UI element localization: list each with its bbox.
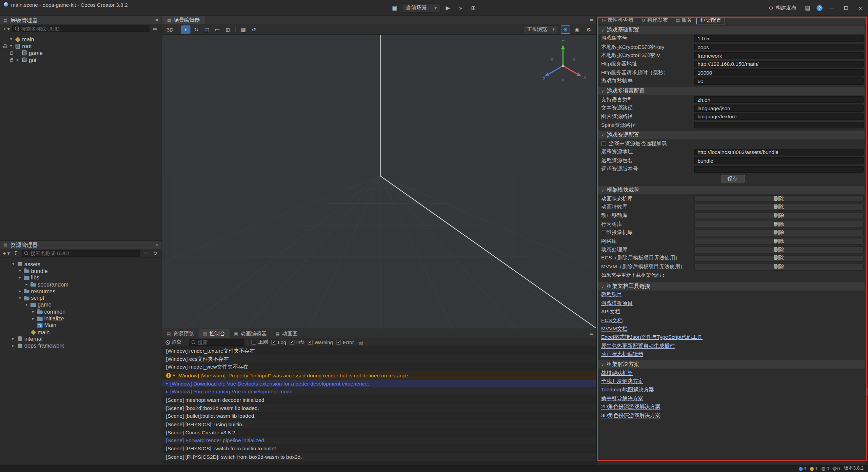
hierarchy-node[interactable]: ▾ root xyxy=(0,43,162,50)
expander-icon[interactable]: ▸ xyxy=(24,282,29,287)
asset-node[interactable]: ▸ libs xyxy=(0,274,162,281)
field-input[interactable]: bundle xyxy=(694,157,864,164)
log-expander-icon[interactable]: ▸ xyxy=(166,381,168,386)
scrollbar-thumb[interactable] xyxy=(866,387,867,396)
scale-tool-button[interactable]: ◱ xyxy=(202,25,212,33)
scene-viewport[interactable]: Y X Z xyxy=(162,35,596,329)
expander-icon[interactable]: ▸ xyxy=(31,310,35,314)
doc-link[interactable]: API文档 xyxy=(601,308,620,315)
asset-node[interactable]: ▾ game xyxy=(0,301,162,308)
pivot-mode-button[interactable]: ▦ xyxy=(239,25,248,33)
tab-animation-graph[interactable]: ▦动画图 xyxy=(271,329,302,338)
tab-services[interactable]: ▤服务 xyxy=(672,16,695,24)
expander-icon[interactable]: ▸ xyxy=(11,337,16,341)
delete-button[interactable]: 删除 xyxy=(694,212,864,219)
delete-button[interactable]: 删除 xyxy=(694,204,864,211)
asset-node[interactable]: ▸ seedrandom xyxy=(0,281,162,288)
panel-menu-icon[interactable]: ≡ xyxy=(155,17,158,23)
tab-console[interactable]: ▥控制台 xyxy=(198,329,230,338)
expander-icon[interactable]: ▾ xyxy=(18,296,22,300)
regex-toggle[interactable]: 正则 xyxy=(251,339,268,346)
step-button[interactable]: » xyxy=(455,3,466,13)
preview-platform-icon[interactable]: ▣ xyxy=(389,3,400,13)
play-button[interactable]: ▶ xyxy=(442,3,454,13)
console-search-input[interactable] xyxy=(198,339,241,345)
layout-grid-icon[interactable]: ⊞ xyxy=(468,3,479,13)
expander-icon[interactable]: ▸ xyxy=(11,343,16,348)
doc-link[interactable]: 教程项目 xyxy=(601,291,622,298)
hierarchy-search[interactable] xyxy=(12,25,150,32)
projection-3d-button[interactable]: 3D xyxy=(165,25,175,33)
log-line[interactable]: [Window] render_texture文件夹不存在 xyxy=(162,347,596,355)
log-line[interactable]: [Scene] [PHYSICS2D]: switch from box2d-w… xyxy=(162,453,596,461)
field-input[interactable] xyxy=(694,166,864,173)
section-game-basic[interactable]: ∨游戏基础配置 xyxy=(597,26,868,34)
log-line[interactable]: [Scene] Cocos Creator v3.8.2 xyxy=(162,428,596,436)
filter-checkbox[interactable] xyxy=(336,340,341,345)
log-line[interactable]: [Scene] meshopt wasm decoder initialized xyxy=(162,396,596,404)
field-input[interactable]: language/texture xyxy=(694,113,864,120)
regex-checkbox[interactable] xyxy=(251,340,256,345)
log-line[interactable]: [Scene] [bullet]:bullet wasm lib loaded. xyxy=(162,412,596,420)
delete-button[interactable]: 删除 xyxy=(694,263,864,270)
remote-load-checkbox[interactable] xyxy=(601,141,606,146)
status-count[interactable]: 3 xyxy=(798,466,806,471)
filter-checkbox[interactable] xyxy=(308,340,313,345)
assets-search[interactable] xyxy=(22,250,140,257)
scene-select[interactable]: 当前场景 xyxy=(402,3,440,13)
hierarchy-node[interactable]: ▸ gui xyxy=(0,56,162,63)
scene-settings-gear-icon[interactable]: ⚙ xyxy=(584,25,593,33)
expander-icon[interactable]: ▾ xyxy=(11,262,16,266)
rect-tool-button[interactable]: ▭ xyxy=(213,25,222,33)
doc-link[interactable]: 动画状态机编辑器 xyxy=(601,351,643,358)
log-line[interactable]: [Window] ecs文件夹不存在 xyxy=(162,355,596,363)
build-publish-button[interactable]: ⚙构建发布 xyxy=(767,4,799,12)
asset-node[interactable]: ▾ script xyxy=(0,295,162,301)
hierarchy-node[interactable]: game xyxy=(0,50,162,56)
expander-icon[interactable]: ▾ xyxy=(24,303,29,307)
field-input[interactable]: zh,en xyxy=(694,96,864,103)
tab-animation-editor[interactable]: ▣动画编辑器 xyxy=(230,329,271,338)
section-framework-modules[interactable]: ∨框架模块裁剪 xyxy=(597,186,868,194)
expander-icon[interactable]: ▸ xyxy=(16,58,20,62)
field-input[interactable]: language/json xyxy=(694,105,864,112)
expander-icon[interactable]: ▾ xyxy=(9,44,13,48)
log-filter[interactable]: Info xyxy=(290,339,304,345)
doc-link[interactable]: Excel格式转Json文件与TypeScript代码工具 xyxy=(601,334,703,341)
panel-menu-icon[interactable]: ≡ xyxy=(590,17,596,23)
help-icon[interactable] xyxy=(816,5,823,11)
solution-link[interactable]: 2D角色扮演游戏解决方案 xyxy=(601,404,660,411)
solution-link[interactable]: 战棋游戏框架 xyxy=(601,369,633,376)
delete-button[interactable]: 删除 xyxy=(694,221,864,228)
assets-search-input[interactable] xyxy=(31,250,137,256)
solution-link[interactable]: 新手引导解决方案 xyxy=(601,395,643,402)
scene-light-toggle[interactable]: ☀ xyxy=(561,25,570,33)
collapse-duplicates-icon[interactable]: ▤ xyxy=(357,339,364,346)
delete-button[interactable]: 删除 xyxy=(694,238,864,244)
field-input[interactable]: http://localhost:8083/assets/bundle xyxy=(694,149,864,156)
move-tool-button[interactable]: + xyxy=(181,25,191,33)
transform-extra-button[interactable]: ⊞ xyxy=(223,25,233,33)
tab-scene-editor[interactable]: ▦场景编辑器 xyxy=(162,16,205,24)
expander-icon[interactable]: ▾ xyxy=(9,37,13,42)
tab-asset-preview[interactable]: ▤资源预览 xyxy=(162,329,198,338)
maximize-button[interactable] xyxy=(840,3,851,13)
field-input[interactable]: 1.0.5 xyxy=(694,35,864,42)
save-button[interactable]: 保存 xyxy=(721,175,745,183)
delete-button[interactable]: 删除 xyxy=(694,255,864,262)
package-icon[interactable]: ▤ xyxy=(802,3,813,13)
log-line[interactable]: ▸ [Window] You are running Vue in develo… xyxy=(162,388,596,396)
delete-button[interactable]: 删除 xyxy=(694,247,864,253)
asset-node[interactable]: ▸ internal xyxy=(0,335,162,342)
scene-camera-icon[interactable]: ◉ xyxy=(572,25,582,33)
tab-framework-config[interactable]: 框架配置 xyxy=(696,16,725,24)
log-line[interactable]: [Scene] Forward render pipeline initiali… xyxy=(162,436,596,445)
log-filter[interactable]: Error xyxy=(336,339,354,345)
asset-node[interactable]: ▾ assets xyxy=(0,261,162,268)
log-expander-icon[interactable]: ▸ xyxy=(166,389,168,394)
delete-button[interactable]: 删除 xyxy=(694,195,864,202)
section-solutions[interactable]: ∨框架解决方案 xyxy=(597,360,868,369)
tab-build-publish[interactable]: ⚙构建发布 xyxy=(638,16,671,24)
asset-node[interactable]: ▸ initialize xyxy=(0,315,162,322)
asset-node[interactable]: Main xyxy=(0,322,162,329)
